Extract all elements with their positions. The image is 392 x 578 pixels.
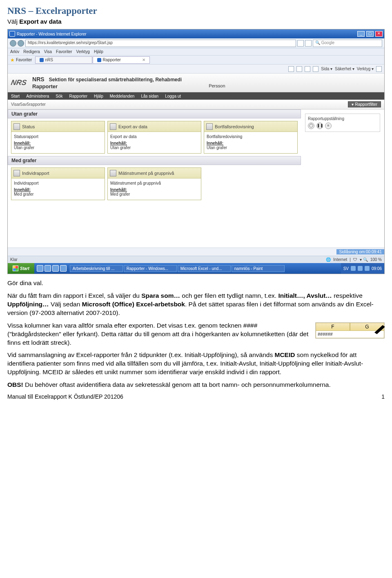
lang-indicator[interactable]: SV <box>343 266 349 271</box>
menu-redigera[interactable]: Redigera <box>23 49 40 54</box>
layout-btn-1[interactable]: ◯ <box>308 123 314 129</box>
para-1a: Gör dina val. <box>7 279 385 288</box>
mail-icon[interactable] <box>305 66 310 72</box>
tab-nrs[interactable]: nRS <box>35 56 92 64</box>
search-field[interactable]: 🔍 Google <box>313 40 382 47</box>
nav-hjalp[interactable]: Hjälp <box>94 94 103 98</box>
layout-btn-3[interactable]: ≡ <box>325 123 332 129</box>
nrs-header: NRS NRS Sektion för specialiserad smärtr… <box>8 74 384 92</box>
nav-rapporter[interactable]: Rapporter <box>69 94 87 98</box>
card-label: Innehåll: <box>110 141 127 145</box>
nrs-logo: NRS <box>10 78 27 87</box>
zone-text: Internet <box>333 257 347 262</box>
card-status[interactable]: Status StatusrapportInnehåll:Utan grafer <box>11 121 105 154</box>
lock-timer: Sidlåsning om:00:09:41 <box>336 249 384 254</box>
task-item[interactable]: Rapporter - Windows... <box>124 265 177 272</box>
print-icon[interactable] <box>313 66 318 72</box>
url-field[interactable]: https://nrs.kvalitetsregister.se/nrs/gre… <box>25 40 296 47</box>
menu-arkiv[interactable]: Arkiv <box>10 49 19 54</box>
card-matinstrument[interactable]: Mätinstrument på gruppnivå Mätinstrument… <box>107 167 201 200</box>
feeds-icon[interactable] <box>296 66 302 72</box>
layout-btn-2[interactable]: ❚❚ <box>316 123 323 129</box>
para-1b: När du fått fram din rapport i Excel, så… <box>7 292 385 317</box>
ql-icon[interactable] <box>52 265 59 272</box>
col-f: F <box>316 323 350 331</box>
para-3: Vid sammanslagning av Excel-rapporter fr… <box>7 351 385 377</box>
ie-statusbar: Klar 🌐 Internet | 🛡 ▾ 🔍 100 % <box>8 256 384 263</box>
card-title: Individrapport <box>22 171 49 176</box>
nav-start[interactable]: Start <box>11 94 20 98</box>
nav-meddelanden[interactable]: Meddelanden <box>110 94 135 98</box>
card-individ[interactable]: Individrapport IndividrapportInnehåll:Me… <box>11 167 105 200</box>
help-icon[interactable] <box>376 66 382 72</box>
task-item[interactable]: namnlös - Paint <box>232 265 285 272</box>
tab-label: Rapporter <box>102 58 120 62</box>
task-item[interactable]: Arbetsbeskrivning till ... <box>70 265 123 272</box>
menu-verktyg[interactable]: Verktyg <box>76 49 90 54</box>
refresh-button[interactable] <box>297 40 304 47</box>
search-placeholder: Google <box>321 40 334 45</box>
tb-verktyg[interactable]: Verktyg ▾ <box>357 67 374 71</box>
tray-icon[interactable] <box>365 266 370 271</box>
rapportuppstallning-box: Rapportuppställning ◯ ❚❚ ≡ <box>305 114 380 132</box>
menu-hjalp[interactable]: Hjälp <box>94 49 103 54</box>
app-footer: Sidlåsning om:00:09:41 <box>8 248 384 256</box>
nav-sok[interactable]: Sök <box>56 94 62 98</box>
tab-icon <box>97 58 101 62</box>
minimize-button[interactable]: _ <box>357 31 365 37</box>
card-label: Innehåll: <box>110 187 127 192</box>
para-2: Vissa kolumner kan vara alltför smala ef… <box>7 322 308 346</box>
star-icon: ★ <box>10 57 15 63</box>
favorites-bar: ★Favoriter nRS Rapporter✕ <box>8 56 384 65</box>
tb-sida[interactable]: Sida ▾ <box>321 67 332 71</box>
menu-favoriter[interactable]: Favoriter <box>56 49 72 54</box>
ql-icon[interactable] <box>37 265 43 272</box>
rapportfilter-button[interactable]: ▾Rapportfilter <box>348 101 381 107</box>
chart-icon <box>110 170 116 176</box>
card-content: Med grafer <box>110 192 198 196</box>
tab-close-icon[interactable]: ✕ <box>142 58 145 62</box>
doc-title: NRS – Excelrapporter <box>7 6 385 16</box>
card-bortfall[interactable]: Bortfallsredovisning Bortfallsredovisnin… <box>204 121 298 154</box>
ql-icon[interactable] <box>45 265 51 272</box>
favorites-button[interactable]: ★Favoriter <box>8 57 34 63</box>
card-content: Utan grafer <box>207 145 295 150</box>
stop-button[interactable] <box>305 40 312 47</box>
home-icon[interactable] <box>288 66 294 72</box>
cards-row-1: Status StatusrapportInnehåll:Utan grafer… <box>8 118 301 156</box>
maximize-button[interactable]: ▢ <box>366 31 374 37</box>
nav-logga-ut[interactable]: Logga ut <box>165 94 181 98</box>
para-4: OBS! Du behöver oftast avidentifiera dat… <box>7 381 385 389</box>
card-export[interactable]: Export av data Export av dataInnehåll:Ut… <box>107 121 201 154</box>
favorites-label: Favoriter <box>16 58 32 62</box>
tray-icon[interactable] <box>351 266 356 271</box>
card-desc: Mätinstrument på gruppnivå <box>110 181 198 185</box>
windows-taskbar: Start Arbetsbeskrivning till ... Rapport… <box>8 263 384 274</box>
tb-sakerhet[interactable]: Säkerhet ▾ <box>335 67 354 71</box>
card-label: Innehåll: <box>207 141 223 145</box>
tab-rapporter[interactable]: Rapporter✕ <box>93 56 150 64</box>
task-item[interactable]: Microsoft Excel - und... <box>178 265 231 272</box>
nav-administrera[interactable]: Administrera <box>26 94 49 98</box>
tray-icon[interactable] <box>358 266 363 271</box>
card-desc: Export av data <box>110 134 198 139</box>
menu-visa[interactable]: Visa <box>44 49 52 54</box>
section-med-grafer: Med grafer <box>8 156 301 165</box>
ql-icon[interactable] <box>60 265 67 272</box>
card-title: Bortfallsredovisning <box>215 124 254 129</box>
card-desc: Statusrapport <box>14 134 102 139</box>
back-button[interactable] <box>10 40 16 47</box>
page-toolbar: Sida ▾ Säkerhet ▾ Verktyg ▾ <box>8 65 384 74</box>
nrs-person: Persson <box>209 83 225 89</box>
clock: 09:06 <box>372 266 382 271</box>
close-button[interactable]: ✕ <box>375 31 383 37</box>
doc-intro: Välj Export av data <box>7 18 385 25</box>
zoom-level[interactable]: 100 % <box>370 257 382 262</box>
nav-las-sidan[interactable]: Lås sidan <box>141 94 158 98</box>
card-title: Export av data <box>118 124 147 129</box>
chevron-down-icon: ▾ <box>352 102 354 107</box>
card-desc: Individrapport <box>14 181 102 185</box>
forward-button[interactable] <box>18 40 24 47</box>
start-button[interactable]: Start <box>8 263 34 274</box>
system-tray: SV 09:06 <box>341 263 384 274</box>
